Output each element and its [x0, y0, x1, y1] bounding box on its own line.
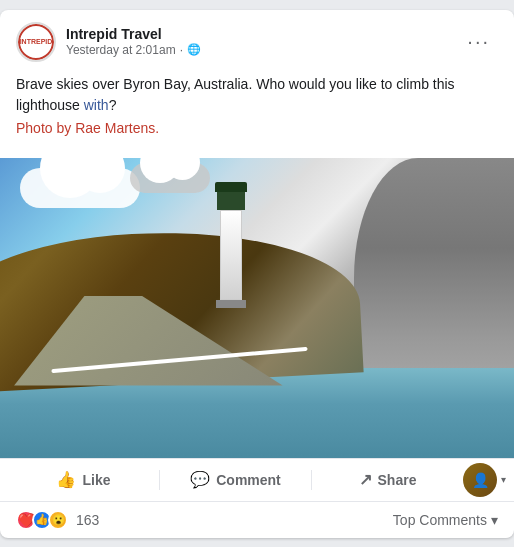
post-time: Yesterday at 2:01am	[66, 43, 176, 57]
post-card: INTREPID Intrepid Travel Yesterday at 2:…	[0, 10, 514, 538]
page-name[interactable]: Intrepid Travel	[66, 26, 201, 43]
reactions-left[interactable]: ❤️ 👍 😮 163	[16, 510, 99, 530]
globe-icon: 🌐	[187, 43, 201, 56]
post-body: Brave skies over Byron Bay, Australia. W…	[0, 70, 514, 158]
post-meta: Yesterday at 2:01am · 🌐	[66, 43, 201, 57]
reactions-bar: ❤️ 👍 😮 163 Top Comments ▾	[0, 502, 514, 538]
header-left: INTREPID Intrepid Travel Yesterday at 2:…	[16, 22, 201, 62]
post-text: Brave skies over Byron Bay, Australia. W…	[16, 74, 498, 116]
post-image	[0, 158, 514, 458]
lighthouse	[215, 182, 247, 308]
share-label: Share	[378, 472, 417, 488]
top-comments-chevron: ▾	[491, 512, 498, 528]
avatar-logo: INTREPID	[18, 24, 54, 60]
lighthouse-base	[216, 300, 246, 308]
share-icon: ↗	[359, 470, 372, 489]
reaction-count: 163	[76, 512, 99, 528]
lighthouse-lantern	[217, 192, 245, 210]
user-avatar-button[interactable]: 👤 ▾	[463, 463, 506, 497]
post-header: INTREPID Intrepid Travel Yesterday at 2:…	[0, 10, 514, 70]
user-avatar: 👤	[463, 463, 497, 497]
lighthouse-scene	[0, 158, 514, 458]
comment-label: Comment	[216, 472, 281, 488]
like-icon: 👍	[56, 470, 76, 489]
page-avatar[interactable]: INTREPID	[16, 22, 56, 62]
comment-button[interactable]: 💬 Comment	[160, 464, 311, 495]
photo-credit: Photo by Rae Martens.	[16, 120, 498, 136]
page-info: Intrepid Travel Yesterday at 2:01am · 🌐	[66, 26, 201, 57]
like-label: Like	[82, 472, 110, 488]
chevron-down-icon: ▾	[501, 474, 506, 485]
more-options-button[interactable]: ···	[459, 26, 498, 57]
lighthouse-cap	[215, 182, 247, 192]
reaction-wow: 😮	[48, 510, 68, 530]
share-button[interactable]: ↗ Share	[312, 464, 463, 495]
top-comments-label: Top Comments	[393, 512, 487, 528]
reaction-icons: ❤️ 👍 😮	[16, 510, 68, 530]
cloud-1	[20, 168, 140, 208]
cloud-2	[130, 163, 210, 193]
top-comments-button[interactable]: Top Comments ▾	[393, 512, 498, 528]
separator: ·	[180, 43, 183, 57]
like-button[interactable]: 👍 Like	[8, 464, 159, 495]
actions-bar: 👍 Like 💬 Comment ↗ Share 👤 ▾	[0, 458, 514, 502]
lighthouse-body	[220, 210, 242, 300]
comment-icon: 💬	[190, 470, 210, 489]
